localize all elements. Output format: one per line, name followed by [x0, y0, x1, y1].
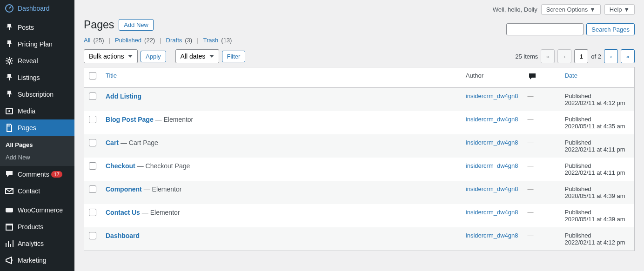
status-filters: All (25) | Published (22) | Drafts (3) |…: [84, 37, 635, 44]
items-count: 25 items: [515, 53, 538, 60]
submenu-item-all-pages[interactable]: All Pages: [0, 139, 74, 151]
table-row: Component — Elementorinsidercrm_dw4gn8—P…: [84, 181, 635, 204]
submenu-item-add-new[interactable]: Add New: [0, 151, 74, 164]
page-title: Pages: [84, 19, 114, 31]
table-row: Add Listinginsidercrm_dw4gn8—Published20…: [84, 88, 635, 112]
filter-published[interactable]: Published: [115, 37, 141, 44]
pin-icon: [5, 73, 14, 82]
select-all-checkbox[interactable]: [89, 72, 96, 79]
filter-trash[interactable]: Trash: [203, 37, 219, 44]
comments-count: —: [528, 93, 534, 99]
row-checkbox[interactable]: [89, 232, 96, 239]
comments-count: —: [528, 209, 534, 216]
title-suffix: — Elementor: [140, 209, 180, 216]
sidebar-item-label: Media: [18, 107, 35, 115]
search-input[interactable]: [506, 23, 584, 35]
chart-icon: [5, 239, 14, 248]
row-checkbox[interactable]: [89, 93, 96, 100]
table-row: Cart — Cart Pageinsidercrm_dw4gn8—Publis…: [84, 134, 635, 158]
column-comments[interactable]: [523, 67, 560, 88]
column-title[interactable]: Title: [106, 72, 117, 79]
next-page-button[interactable]: ›: [604, 49, 618, 63]
row-date: 2022/02/11 at 4:11 pm: [565, 169, 625, 176]
pages-table: Title Author Date Add Listinginsidercrm_…: [84, 67, 635, 251]
page-title-link[interactable]: Blog Post Page: [106, 116, 154, 123]
bulk-action-select[interactable]: Bulk actions: [84, 49, 138, 63]
column-date[interactable]: Date: [565, 72, 577, 79]
mega-icon: [5, 256, 14, 265]
sidebar-item-media[interactable]: Media: [0, 103, 74, 119]
sidebar-item-analytics[interactable]: Analytics: [0, 235, 74, 252]
prev-page-button[interactable]: ‹: [557, 49, 571, 63]
sidebar-item-listings[interactable]: Listings: [0, 69, 74, 86]
sidebar-item-pricing-plan[interactable]: Pricing Plan: [0, 36, 74, 53]
media-icon: [5, 106, 14, 116]
row-checkbox[interactable]: [89, 185, 96, 193]
table-row: Contact Us — Elementorinsidercrm_dw4gn8—…: [84, 204, 635, 227]
row-status: Published: [565, 209, 591, 216]
row-date: 2022/02/11 at 4:12 pm: [565, 99, 625, 106]
row-checkbox[interactable]: [89, 209, 96, 216]
author-link[interactable]: insidercrm_dw4gn8: [466, 116, 518, 123]
svg-point-3: [8, 110, 10, 112]
sidebar-item-pages[interactable]: Pages: [0, 119, 74, 136]
search-pages-button[interactable]: Search Pages: [586, 23, 635, 35]
row-checkbox[interactable]: [89, 139, 96, 146]
filter-drafts[interactable]: Drafts: [166, 37, 182, 44]
row-checkbox[interactable]: [89, 162, 96, 170]
archive-icon: [5, 222, 14, 231]
pin-icon: [5, 90, 14, 99]
first-page-button[interactable]: «: [541, 49, 555, 63]
author-link[interactable]: insidercrm_dw4gn8: [466, 139, 518, 146]
page-title-link[interactable]: Add Listing: [106, 93, 141, 100]
screen-options-button[interactable]: Screen Options ▼: [541, 4, 601, 15]
comments-count: —: [528, 139, 534, 146]
sidebar-item-label: Pages: [18, 124, 36, 132]
row-date: 2020/05/11 at 4:39 am: [565, 192, 625, 199]
row-status: Published: [565, 162, 591, 169]
sidebar-item-contact[interactable]: Contact: [0, 183, 74, 199]
filter-all[interactable]: All: [84, 37, 90, 44]
author-link[interactable]: insidercrm_dw4gn8: [466, 232, 518, 239]
sidebar-item-label: Dashboard: [18, 5, 50, 12]
page-title-link[interactable]: Component: [106, 185, 142, 193]
comment-icon: [5, 170, 14, 179]
row-date: 2020/05/11 at 4:35 am: [565, 123, 625, 130]
apply-button[interactable]: Apply: [141, 51, 166, 62]
row-status: Published: [565, 139, 591, 146]
author-link[interactable]: insidercrm_dw4gn8: [466, 162, 518, 169]
page-title-link[interactable]: Contact Us: [106, 209, 140, 216]
sidebar-item-subscription[interactable]: Subscription: [0, 86, 74, 103]
date-filter-select[interactable]: All dates: [175, 49, 219, 63]
title-suffix: — Checkout Page: [135, 162, 190, 170]
sidebar-item-woocommerce[interactable]: WooCommerce: [0, 202, 74, 218]
sidebar-item-comments[interactable]: Comments17: [0, 166, 74, 183]
badge: 17: [51, 171, 62, 178]
comment-icon: [528, 72, 537, 81]
mail-icon: [5, 186, 14, 196]
sidebar-item-posts[interactable]: Posts: [0, 19, 74, 36]
filter-button[interactable]: Filter: [222, 51, 246, 62]
sidebar-item-marketing[interactable]: Marketing: [0, 252, 74, 269]
sidebar-item-label: Products: [18, 223, 43, 231]
current-page-input[interactable]: [574, 49, 588, 63]
page-title-link[interactable]: Dashboard: [106, 232, 140, 239]
author-link[interactable]: insidercrm_dw4gn8: [466, 185, 518, 192]
sidebar-item-dashboard[interactable]: Dashboard: [0, 0, 74, 17]
sidebar-item-reveal[interactable]: Reveal: [0, 53, 74, 69]
page-title-link[interactable]: Cart: [106, 139, 119, 146]
table-row: Blog Post Page — Elementorinsidercrm_dw4…: [84, 111, 635, 134]
sidebar-item-products[interactable]: Products: [0, 218, 74, 235]
row-checkbox[interactable]: [89, 116, 96, 123]
sidebar-item-label: Posts: [18, 24, 34, 31]
row-date: 2020/05/11 at 4:39 am: [565, 216, 625, 223]
add-new-button[interactable]: Add New: [119, 19, 154, 31]
author-link[interactable]: insidercrm_dw4gn8: [466, 93, 518, 99]
comments-count: —: [528, 185, 534, 192]
svg-rect-5: [6, 208, 13, 212]
page-title-link[interactable]: Checkout: [106, 162, 135, 170]
last-page-button[interactable]: »: [621, 49, 635, 63]
author-link[interactable]: insidercrm_dw4gn8: [466, 209, 518, 216]
sidebar-item-label: Subscription: [18, 91, 54, 98]
help-button[interactable]: Help ▼: [604, 4, 635, 15]
